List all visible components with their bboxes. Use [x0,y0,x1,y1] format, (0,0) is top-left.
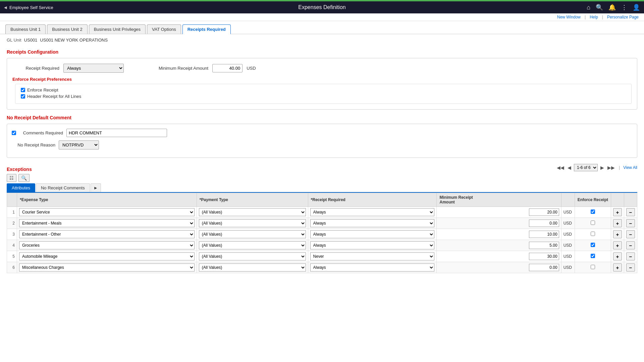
cell-receipt-required[interactable]: AlwaysNeverRequired [308,262,437,273]
no-receipt-reason-select[interactable]: NOTPRVD LOST OTHER [59,140,99,149]
delete-row-button[interactable]: − [626,219,635,227]
min-amount-input[interactable] [529,242,559,249]
min-amount-input[interactable] [529,264,559,271]
expense-type-select[interactable]: Courier ServiceEntertainment - MealsEnte… [19,252,195,260]
receipt-required-row-select[interactable]: AlwaysNeverRequired [310,263,435,272]
inner-tab-attributes[interactable]: Attributes [7,183,35,192]
receipt-required-row-select[interactable]: AlwaysNeverRequired [310,219,435,227]
cell-add[interactable]: + [611,251,624,262]
cell-min-amount[interactable] [437,207,561,218]
payment-type-select[interactable]: (All Values) [199,208,306,216]
delete-row-button[interactable]: − [626,241,635,249]
user-icon[interactable]: 👤 [633,4,640,11]
comment-text-input[interactable]: HDR COMMENT [66,129,167,137]
cell-enforce-receipt[interactable] [575,207,611,218]
inner-tab-no-receipt-comments[interactable]: No Receipt Comments [36,183,90,192]
personalize-page-link[interactable]: Personalize Page [607,15,639,19]
cell-add[interactable]: + [611,207,624,218]
grid-view-btn[interactable]: ☷ [7,174,16,182]
enforce-receipt-row-checkbox[interactable] [591,232,595,236]
new-window-link[interactable]: New Window [557,15,581,19]
expense-type-select[interactable]: Courier ServiceEntertainment - MealsEnte… [19,263,195,272]
cell-expense-type[interactable]: Courier ServiceEntertainment - MealsEnte… [17,251,197,262]
cell-add[interactable]: + [611,240,624,251]
cell-payment-type[interactable]: (All Values) [197,207,308,218]
cell-expense-type[interactable]: Courier ServiceEntertainment - MealsEnte… [17,262,197,273]
pagination-first-btn[interactable]: ◀◀ [556,165,565,170]
add-row-button[interactable]: + [613,230,622,238]
cell-delete[interactable]: − [624,218,637,229]
tab-business-unit-1[interactable]: Business Unit 1 [5,24,46,34]
tab-vat-options[interactable]: VAT Options [147,24,181,34]
receipt-required-row-select[interactable]: AlwaysNeverRequired [310,230,435,238]
payment-type-select[interactable]: (All Values) [199,230,306,238]
delete-row-button[interactable]: − [626,252,635,260]
enforce-receipt-row-checkbox[interactable] [591,254,595,258]
cell-expense-type[interactable]: Courier ServiceEntertainment - MealsEnte… [17,229,197,240]
cell-receipt-required[interactable]: AlwaysNeverRequired [308,229,437,240]
cell-receipt-required[interactable]: AlwaysNeverRequired [308,251,437,262]
header-receipt-checkbox[interactable] [21,94,25,99]
comments-required-checkbox[interactable] [12,131,16,135]
add-row-button[interactable]: + [613,241,622,249]
cell-min-amount[interactable] [437,218,561,229]
receipt-required-row-select[interactable]: AlwaysNeverRequired [310,241,435,249]
cell-min-amount[interactable] [437,240,561,251]
more-menu-icon[interactable]: ⋮ [621,4,627,11]
tab-business-unit-2[interactable]: Business Unit 2 [47,24,87,34]
search-icon[interactable]: 🔍 [596,4,603,11]
cell-delete[interactable]: − [624,262,637,273]
enforce-receipt-row-checkbox[interactable] [591,221,595,225]
cell-add[interactable]: + [611,262,624,273]
payment-type-select[interactable]: (All Values) [199,219,306,227]
cell-expense-type[interactable]: Courier ServiceEntertainment - MealsEnte… [17,207,197,218]
home-icon[interactable]: ⌂ [587,4,590,11]
cell-min-amount[interactable] [437,251,561,262]
receipt-required-select[interactable]: Always Never Required [63,64,124,73]
add-row-button[interactable]: + [613,219,622,227]
view-all-link[interactable]: View All [623,165,637,170]
expense-type-select[interactable]: Courier ServiceEntertainment - MealsEnte… [19,241,195,249]
enforce-receipt-row-checkbox[interactable] [591,209,595,214]
cell-payment-type[interactable]: (All Values) [197,218,308,229]
cell-delete[interactable]: − [624,251,637,262]
min-amount-input[interactable] [529,231,559,238]
add-row-button[interactable]: + [613,252,622,260]
enforce-receipt-row-checkbox[interactable] [591,265,595,269]
add-row-button[interactable]: + [613,208,622,216]
pagination-last-btn[interactable]: ▶▶ [607,165,615,170]
cell-enforce-receipt[interactable] [575,240,611,251]
inner-tab-more-btn[interactable]: ► [91,183,101,192]
cell-add[interactable]: + [611,218,624,229]
search-btn[interactable]: 🔍 [18,174,30,182]
tab-business-unit-privileges[interactable]: Business Unit Privileges [89,24,146,34]
cell-delete[interactable]: − [624,207,637,218]
notification-icon[interactable]: 🔔 [608,4,616,11]
app-home-link[interactable]: ◀ Employee Self Service [4,5,53,10]
cell-enforce-receipt[interactable] [575,262,611,273]
min-amount-input[interactable] [529,220,559,227]
tab-receipts-required[interactable]: Receipts Required [182,24,231,34]
cell-payment-type[interactable]: (All Values) [197,262,308,273]
cell-add[interactable]: + [611,229,624,240]
delete-row-button[interactable]: − [626,230,635,238]
expense-type-select[interactable]: Courier ServiceEntertainment - MealsEnte… [19,230,195,238]
pagination-select[interactable]: 1-6 of 6 [574,164,598,171]
cell-expense-type[interactable]: Courier ServiceEntertainment - MealsEnte… [17,218,197,229]
cell-receipt-required[interactable]: AlwaysNeverRequired [308,240,437,251]
cell-payment-type[interactable]: (All Values) [197,240,308,251]
min-amount-input[interactable] [529,253,559,260]
receipt-required-row-select[interactable]: AlwaysNeverRequired [310,252,435,260]
cell-min-amount[interactable] [437,229,561,240]
enforce-receipt-row-checkbox[interactable] [591,243,595,247]
cell-enforce-receipt[interactable] [575,251,611,262]
expense-type-select[interactable]: Courier ServiceEntertainment - MealsEnte… [19,208,195,216]
help-link[interactable]: Help [590,15,598,19]
cell-delete[interactable]: − [624,229,637,240]
cell-receipt-required[interactable]: AlwaysNeverRequired [308,207,437,218]
pagination-next-btn[interactable]: ▶ [600,165,605,170]
delete-row-button[interactable]: − [626,208,635,216]
cell-expense-type[interactable]: Courier ServiceEntertainment - MealsEnte… [17,240,197,251]
payment-type-select[interactable]: (All Values) [199,263,306,272]
cell-receipt-required[interactable]: AlwaysNeverRequired [308,218,437,229]
